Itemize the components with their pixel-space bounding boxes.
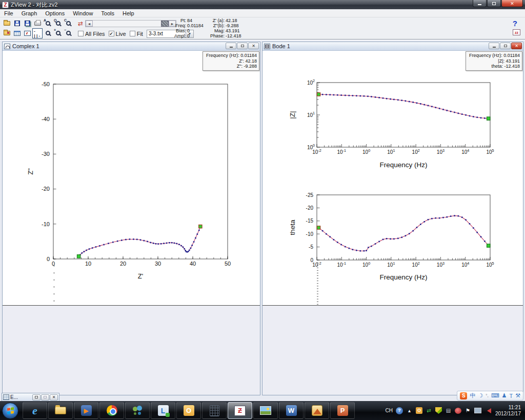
network-icon[interactable]	[474, 408, 481, 413]
skin-icon[interactable]: T	[509, 393, 513, 399]
punctuation-mode[interactable]: °,	[486, 393, 488, 398]
help-icon[interactable]: ?	[396, 407, 403, 414]
minimized-window[interactable]: E... ✕	[2, 393, 59, 402]
help-icon[interactable]: ?	[513, 19, 517, 28]
svg-text:-10: -10	[306, 231, 314, 237]
taskbar-calculator-icon[interactable]	[202, 402, 227, 419]
minimized-restore-button[interactable]	[32, 394, 41, 401]
zoom-q-icon[interactable]: Q	[53, 19, 63, 28]
bode-window[interactable]: Bode 1 ✕ Frequency (Hz): 0.01184|Z|: 43.…	[262, 42, 523, 395]
minimized-maximize-button[interactable]	[41, 394, 49, 401]
data-grid-icon[interactable]	[12, 29, 22, 38]
hidden-icons-arrow[interactable]: ▴	[406, 407, 413, 414]
flag-icon[interactable]: ⚑	[465, 407, 471, 414]
office-icon[interactable]: O	[416, 407, 422, 414]
taskbar-windows-explorer-icon[interactable]	[48, 402, 73, 419]
complex-titlebar[interactable]: Complex 1 ✕	[3, 42, 260, 51]
checkbox-box[interactable]	[78, 31, 84, 36]
language-indicator[interactable]: CH	[385, 407, 392, 414]
print-icon[interactable]	[32, 19, 43, 28]
menu-item-file[interactable]: File	[0, 10, 17, 17]
windows-flag-icon	[7, 407, 14, 414]
shield-icon[interactable]	[435, 407, 442, 414]
mdi-area: Complex 1 ✕ Frequency (Hz): 0.01184Z': 4…	[0, 40, 525, 401]
minimized-close-button[interactable]: ✕	[50, 394, 58, 401]
bode-magnitude-xlabel: Frequency (Hz)	[379, 161, 427, 169]
zoom-all-icon[interactable]: A	[43, 19, 53, 28]
menu-item-options[interactable]: Options	[41, 10, 69, 17]
svg-text:10-2: 10-2	[312, 148, 321, 155]
device-icon[interactable]: ▤	[445, 407, 452, 414]
scroll-thumb[interactable]	[161, 21, 169, 27]
svg-text:0: 0	[47, 256, 50, 262]
taskbar: e▶LOZWP CH?▴O⇄▤⚑ 11:21 2012/12/17	[0, 401, 525, 420]
menu-item-window[interactable]: Window	[69, 10, 97, 17]
taskbar-word-icon[interactable]: W	[279, 402, 304, 419]
bode-phase-plot[interactable]: 10-210-11001011021031041050-5-10-15-20-2…	[262, 179, 523, 306]
open-icon[interactable]	[2, 19, 12, 28]
toolbar: AQC -||-+− ⇄ ◄ ► All Files✔LiveFit 3-3.t…	[0, 17, 525, 39]
taskbar-media-player-icon[interactable]: ▶	[74, 402, 98, 419]
zoom-c-icon[interactable]: C	[63, 19, 73, 28]
graph-window-icon[interactable]	[22, 29, 32, 38]
open-fit-icon[interactable]	[2, 29, 12, 38]
checkbox-box[interactable]	[130, 31, 135, 36]
zview-tool-icon[interactable]: zz	[513, 29, 520, 35]
scroll-left-arrow[interactable]: ◄	[86, 21, 93, 27]
checkbox-fit[interactable]: Fit	[130, 31, 143, 37]
save-icon[interactable]	[12, 19, 22, 28]
complex-minimize-button[interactable]	[226, 43, 236, 49]
menu-item-help[interactable]: Help	[118, 10, 138, 17]
taskbar-powerpoint-icon[interactable]: P	[330, 402, 355, 419]
sync-icon[interactable]: ⇄	[426, 407, 432, 414]
main-window-controls: ✕	[473, 0, 523, 7]
taskbar-photo-viewer-icon[interactable]	[253, 402, 278, 419]
nyquist-plot[interactable]: 010203040500-10-20-30-40-50Z'Z"	[3, 51, 260, 306]
toolbox-wrench-icon[interactable]: ⚒	[515, 392, 520, 399]
user-icon[interactable]: ♟	[502, 392, 507, 399]
taskbar-thunder-icon[interactable]: L	[151, 402, 175, 419]
status-row: Ampl:0	[173, 33, 204, 38]
checkbox-live[interactable]: ✔Live	[109, 31, 126, 37]
menu-item-tools[interactable]: Tools	[97, 10, 118, 17]
security-icon[interactable]	[455, 408, 461, 414]
taskbar-outlook-icon[interactable]: O	[176, 402, 201, 419]
menu-item-graph[interactable]: Graph	[17, 10, 42, 17]
moon-mode[interactable]: ☽	[478, 392, 483, 399]
start-button[interactable]	[2, 403, 18, 419]
save-as-icon[interactable]	[22, 19, 32, 28]
zoom-icon[interactable]	[43, 29, 53, 38]
equivalent-circuit-icon[interactable]: -||-	[32, 29, 43, 38]
taskbar-chrome-icon[interactable]	[99, 402, 124, 419]
zoom-out-icon[interactable]: −	[63, 29, 73, 38]
taskbar-qq-messenger-icon[interactable]	[125, 402, 150, 419]
file-scrollbar[interactable]: ◄ ►	[85, 20, 176, 27]
readout-line: Frequency (Hz): 0.01184	[469, 53, 520, 58]
complex-close-button[interactable]: ✕	[248, 43, 259, 49]
bode-titlebar[interactable]: Bode 1 ✕	[262, 42, 523, 51]
checkbox-all-files[interactable]: All Files	[78, 31, 105, 37]
bode-minimize-button[interactable]	[489, 43, 499, 49]
volume-icon[interactable]	[484, 408, 491, 413]
zoom-in-icon[interactable]: +	[53, 29, 63, 38]
sogou-input-bar[interactable]: S中☽°,⌨♟T⚒	[457, 391, 523, 401]
sogou-logo[interactable]: S	[460, 392, 467, 399]
taskbar-origin-icon[interactable]	[305, 402, 329, 419]
bode-close-button[interactable]: ✕	[511, 43, 522, 49]
close-button[interactable]: ✕	[501, 0, 523, 7]
soft-keyboard[interactable]: ⌨	[491, 392, 499, 399]
taskbar-internet-explorer-icon[interactable]: e	[23, 402, 47, 419]
minimize-button[interactable]	[473, 0, 487, 7]
complex-window[interactable]: Complex 1 ✕ Frequency (Hz): 0.01184Z': 4…	[2, 42, 260, 395]
qq-messenger-glyph	[132, 406, 143, 416]
maximize-button[interactable]	[487, 0, 501, 7]
taskbar-zview-icon[interactable]: Z	[228, 402, 252, 419]
chinese-mode[interactable]: 中	[470, 392, 475, 399]
bode-restore-button[interactable]	[500, 43, 511, 49]
taskbar-clock[interactable]: 11:21 2012/12/17	[495, 405, 521, 417]
complex-restore-button[interactable]	[237, 43, 248, 49]
minimized-window-title: E...	[10, 394, 18, 400]
system-tray: CH?▴O⇄▤⚑ 11:21 2012/12/17	[385, 405, 525, 417]
sweep-icon[interactable]: ⇄	[78, 20, 83, 27]
checkbox-box[interactable]: ✔	[109, 31, 114, 36]
